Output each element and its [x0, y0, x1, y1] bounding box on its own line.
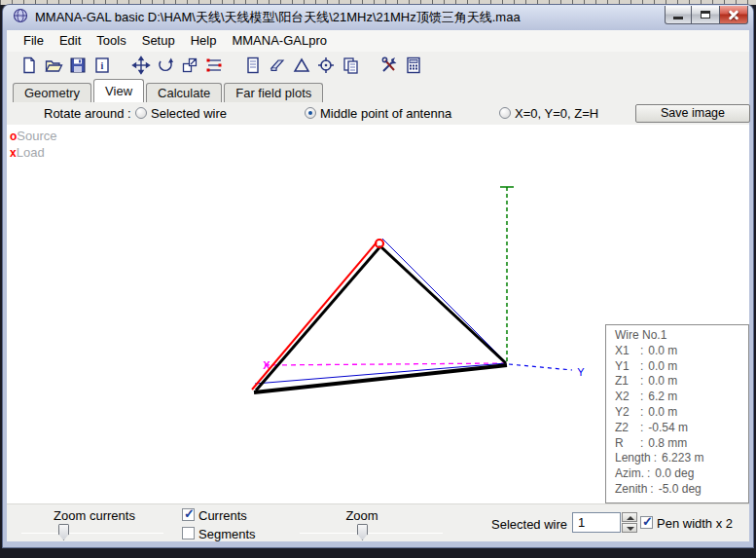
document-view-button[interactable] — [242, 56, 264, 75]
copy-icon — [341, 56, 360, 75]
wire-info-panel: Wire No.1 X1:0.0 m Y1:0.0 m Z1:0.0 m X2:… — [605, 324, 749, 503]
antenna-wire-left[interactable] — [256, 246, 380, 391]
center-target-icon — [316, 56, 336, 75]
selected-wire-highlight[interactable] — [252, 242, 377, 390]
wire-info-z1: Z1:0.0 m — [615, 374, 748, 390]
tab-far-field-plots[interactable]: Far field plots — [224, 83, 323, 102]
radio-selected-wire[interactable] — [135, 107, 147, 119]
wire-info-length: Length:6.223 m — [615, 451, 748, 466]
selected-wire-input[interactable]: 1 — [572, 512, 621, 533]
app-window: MMANA-GAL basic D:\HAM\天线\天线模型\阳台天线\21MH… — [3, 5, 753, 547]
antenna-wire-bottom[interactable] — [254, 365, 507, 392]
scale-window-icon — [180, 56, 199, 75]
y-axis-label: Y — [577, 366, 585, 378]
wire-info-zenith: Zenith:-5.0 deg — [615, 482, 748, 498]
save-file-icon — [68, 56, 88, 75]
move-view-button[interactable] — [130, 56, 152, 75]
calculator-button[interactable] — [403, 56, 424, 75]
save-image-button[interactable]: Save image — [635, 104, 750, 123]
menu-mmana-galpro[interactable]: MMANA-GALpro — [224, 31, 335, 51]
currents-checkbox-label[interactable]: Currents — [198, 508, 247, 523]
minimize-icon — [673, 17, 683, 19]
wire-info-title: Wire No.1 — [615, 328, 748, 344]
rotate-around-label: Rotate around : — [44, 106, 131, 121]
radio-xyz[interactable] — [499, 107, 511, 119]
rotate-view-icon — [156, 56, 175, 75]
antenna-wire-right[interactable] — [380, 246, 506, 363]
zoom-currents-slider[interactable] — [21, 533, 163, 534]
tab-view[interactable]: View — [93, 79, 144, 102]
setup-tools-button[interactable] — [378, 56, 400, 75]
title-bar[interactable]: MMANA-GAL basic D:\HAM\天线\天线模型\阳台天线\21MH… — [3, 5, 753, 30]
move-view-icon — [131, 56, 151, 75]
open-file-icon — [44, 56, 63, 75]
spinner-up-button[interactable] — [622, 512, 637, 522]
close-icon — [727, 9, 740, 20]
radio-middle-point-label[interactable]: Middle point of antenna — [320, 106, 451, 121]
segments-checkbox[interactable] — [182, 527, 195, 539]
y-axis — [509, 364, 572, 370]
toolbar: i — [7, 52, 749, 79]
tab-bar: Geometry View Calculate Far field plots — [7, 79, 749, 102]
menu-tools[interactable]: Tools — [89, 31, 133, 51]
wire-info-r: R:0.8 mm — [615, 436, 748, 452]
pen-width-checkbox-label[interactable]: Pen width x 2 — [657, 516, 733, 531]
wire-info-z2: Z2:-0.54 m — [615, 421, 748, 436]
wire-info-y2: Y2:0.0 m — [615, 405, 748, 421]
wire-info-x1: X1:0.0 m — [615, 344, 748, 359]
zoom-currents-label: Zoom currents — [26, 508, 162, 523]
desktop-background: MMANA-GAL basic D:\HAM\天线\天线模型\阳台天线\21MH… — [0, 0, 756, 558]
new-file-icon — [19, 56, 39, 75]
new-file-button[interactable] — [18, 56, 40, 75]
tab-geometry[interactable]: Geometry — [13, 83, 91, 102]
segments-checkbox-label[interactable]: Segments — [198, 527, 256, 541]
maximize-icon — [701, 11, 710, 19]
wire-info-azim: Azim.:0.0 deg — [615, 466, 748, 482]
svg-text:i: i — [101, 60, 104, 71]
save-file-button[interactable] — [67, 56, 89, 75]
menu-bar: File Edit Tools Setup Help MMANA-GALpro — [7, 30, 749, 52]
selected-wire-label: Selected wire — [491, 517, 567, 532]
radio-middle-point[interactable] — [305, 107, 316, 119]
menu-setup[interactable]: Setup — [134, 31, 183, 51]
zoom-slider-thumb[interactable] — [357, 524, 368, 540]
erase-icon — [268, 56, 287, 75]
window-bottom-border — [3, 541, 753, 547]
spinner-up-icon — [627, 516, 634, 520]
erase-button[interactable] — [267, 56, 288, 75]
zoom-currents-slider-thumb[interactable] — [58, 524, 69, 540]
tab-calculate[interactable]: Calculate — [146, 83, 222, 102]
app-icon — [13, 8, 28, 27]
wire-edit-icon — [204, 56, 224, 75]
info-button[interactable]: i — [91, 56, 113, 75]
wire-edit-button[interactable] — [203, 56, 225, 75]
document-view-icon — [243, 56, 263, 75]
wire-info-y1: Y1:0.0 m — [615, 359, 748, 375]
spinner-down-icon — [627, 527, 634, 531]
menu-edit[interactable]: Edit — [52, 31, 89, 51]
maximize-button[interactable] — [692, 6, 719, 24]
antenna-view-area[interactable]: oSource xLoad X Y — [7, 125, 749, 503]
radio-xyz-label[interactable]: X=0, Y=0, Z=H — [515, 106, 598, 121]
current-line-right — [382, 239, 505, 361]
bottom-control-bar: Zoom currents Currents Segments Zoom Sel… — [7, 503, 749, 541]
rotate-view-button[interactable] — [155, 56, 176, 75]
open-file-button[interactable] — [43, 56, 64, 75]
scale-window-button[interactable] — [179, 56, 200, 75]
menu-help[interactable]: Help — [183, 31, 225, 51]
radio-selected-wire-label[interactable]: Selected wire — [151, 106, 227, 121]
copy-button[interactable] — [340, 56, 361, 75]
zoom-slider[interactable] — [300, 533, 443, 534]
pen-width-checkbox[interactable] — [640, 516, 653, 529]
menu-file[interactable]: File — [16, 31, 52, 51]
minimize-button[interactable] — [665, 6, 692, 24]
calculator-icon — [404, 56, 423, 75]
currents-checkbox[interactable] — [182, 508, 195, 521]
close-button[interactable] — [719, 6, 748, 24]
spinner-down-button[interactable] — [622, 523, 637, 533]
far-field-triangle-icon — [292, 56, 311, 75]
center-target-button[interactable] — [315, 56, 337, 75]
selected-wire-spinner — [622, 512, 637, 533]
window-title: MMANA-GAL basic D:\HAM\天线\天线模型\阳台天线\21MH… — [35, 9, 521, 26]
far-field-triangle-button[interactable] — [291, 56, 312, 75]
